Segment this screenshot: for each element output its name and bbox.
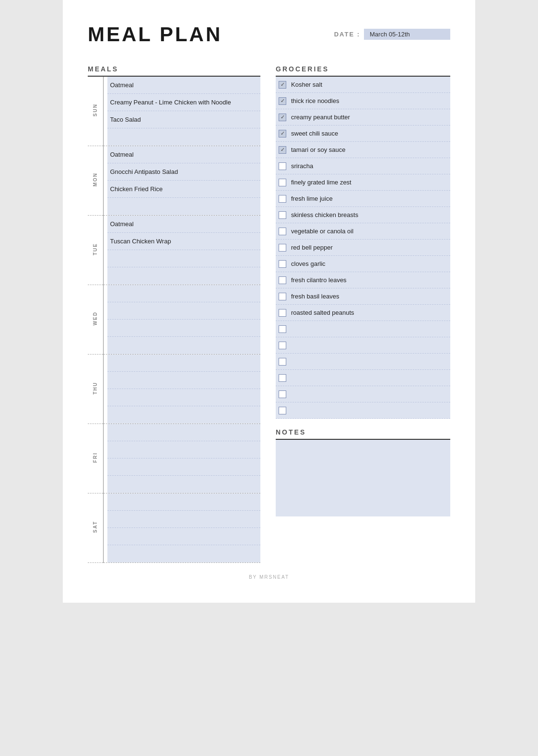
meal-row <box>107 250 261 267</box>
meal-row: Oatmeal <box>107 216 261 233</box>
grocery-text: tamari or soy sauce <box>291 146 345 153</box>
grocery-checkbox[interactable] <box>279 293 286 300</box>
grocery-text: sweet chili sauce <box>291 130 338 137</box>
meal-row: Oatmeal <box>107 77 261 94</box>
grocery-text: thick rice noodles <box>291 97 339 104</box>
meal-rows-cell <box>103 493 260 563</box>
grocery-item[interactable]: fresh basil leaves <box>276 288 450 305</box>
page-title: MEAL PLAN <box>88 23 222 46</box>
grocery-checkbox[interactable] <box>279 276 286 284</box>
meal-rows-cell <box>103 285 260 355</box>
grocery-text: Kosher salt <box>291 81 322 88</box>
meal-row: Creamy Peanut - Lime Chicken with Noodle <box>107 94 261 111</box>
meal-row <box>107 337 261 354</box>
meal-text: Taco Salad <box>110 116 141 123</box>
grocery-checkbox[interactable]: ✓ <box>279 130 286 137</box>
grocery-item[interactable] <box>276 321 450 337</box>
grocery-text: cloves garlic <box>291 260 326 267</box>
day-row: WED <box>88 285 260 355</box>
meal-text: Chicken Fried Rice <box>110 185 163 193</box>
meal-row <box>107 267 261 285</box>
meal-row <box>107 441 261 458</box>
grocery-checkbox[interactable] <box>279 358 286 366</box>
grocery-checkbox[interactable] <box>279 374 286 382</box>
grocery-checkbox[interactable] <box>279 195 286 203</box>
grocery-item[interactable]: fresh lime juice <box>276 191 450 207</box>
grocery-item[interactable]: ✓tamari or soy sauce <box>276 142 450 158</box>
meals-section-title: MEALS <box>88 65 260 73</box>
meal-row <box>107 285 261 302</box>
grocery-checkbox[interactable] <box>279 228 286 235</box>
meal-rows-cell <box>103 424 260 493</box>
meal-rows-cell: OatmealCreamy Peanut - Lime Chicken with… <box>103 77 260 146</box>
meal-rows-cell <box>103 355 260 424</box>
grocery-checkbox[interactable] <box>279 390 286 398</box>
grocery-checkbox[interactable]: ✓ <box>279 114 286 121</box>
date-section: DATE : March 05-12th <box>334 29 450 40</box>
meal-row <box>107 302 261 320</box>
grocery-checkbox[interactable] <box>279 407 286 414</box>
day-label: THU <box>93 382 98 395</box>
grocery-checkbox[interactable] <box>279 162 286 170</box>
day-label-cell: WED <box>88 285 103 355</box>
day-label: SUN <box>93 103 98 116</box>
meal-row: Oatmeal <box>107 146 261 163</box>
grocery-text: creamy peanut butter <box>291 114 350 121</box>
meal-row <box>107 476 261 493</box>
meal-row <box>107 406 261 424</box>
grocery-item[interactable]: cloves garlic <box>276 256 450 272</box>
groceries-section-title: GROCERIES <box>276 65 450 73</box>
meal-text: Oatmeal <box>110 151 134 158</box>
grocery-item[interactable] <box>276 354 450 370</box>
grocery-item[interactable]: ✓Kosher salt <box>276 77 450 93</box>
grocery-item[interactable]: ✓sweet chili sauce <box>276 126 450 142</box>
grocery-item[interactable] <box>276 386 450 402</box>
meal-row: Chicken Fried Rice <box>107 181 261 198</box>
grocery-checkbox[interactable] <box>279 179 286 186</box>
grocery-item[interactable]: skinless chicken breasts <box>276 207 450 223</box>
grocery-checkbox[interactable] <box>279 260 286 268</box>
grocery-checkbox[interactable]: ✓ <box>279 97 286 105</box>
meal-row <box>107 389 261 406</box>
grocery-text: fresh cilantro leaves <box>291 276 347 284</box>
grocery-item[interactable]: vegetable or canola oil <box>276 223 450 240</box>
grocery-item[interactable]: ✓creamy peanut butter <box>276 109 450 126</box>
meal-row <box>107 198 261 215</box>
grocery-checkbox[interactable] <box>279 325 286 333</box>
grocery-checkbox[interactable]: ✓ <box>279 146 286 154</box>
date-label: DATE : <box>334 31 360 38</box>
meal-row <box>107 493 261 511</box>
day-label: WED <box>93 311 98 325</box>
grocery-item[interactable]: fresh cilantro leaves <box>276 272 450 288</box>
meal-row: Tuscan Chicken Wrap <box>107 233 261 250</box>
groceries-list: ✓Kosher salt✓thick rice noodles✓creamy p… <box>276 77 450 419</box>
day-row: SUNOatmealCreamy Peanut - Lime Chicken w… <box>88 77 260 146</box>
meal-row <box>107 320 261 337</box>
grocery-item[interactable] <box>276 402 450 419</box>
grocery-item[interactable] <box>276 370 450 386</box>
grocery-item[interactable] <box>276 337 450 354</box>
header: MEAL PLAN DATE : March 05-12th <box>88 23 450 46</box>
meal-text: Tuscan Chicken Wrap <box>110 238 171 245</box>
main-columns: MEALS SUNOatmealCreamy Peanut - Lime Chi… <box>88 65 450 563</box>
grocery-item[interactable]: red bell pepper <box>276 240 450 256</box>
day-row: SAT <box>88 493 260 563</box>
grocery-item[interactable]: sriracha <box>276 158 450 174</box>
grocery-item[interactable]: ✓thick rice noodles <box>276 93 450 109</box>
grocery-text: red bell pepper <box>291 244 333 251</box>
meal-row: Gnocchi Antipasto Salad <box>107 163 261 181</box>
grocery-checkbox[interactable] <box>279 244 286 252</box>
grocery-checkbox[interactable]: ✓ <box>279 81 286 89</box>
grocery-item[interactable]: roasted salted peanuts <box>276 305 450 321</box>
meal-row: Taco Salad <box>107 111 261 128</box>
grocery-checkbox[interactable] <box>279 211 286 219</box>
grocery-text: roasted salted peanuts <box>291 309 354 316</box>
grocery-checkbox[interactable] <box>279 342 286 349</box>
notes-area[interactable] <box>276 440 450 516</box>
meal-rows-cell: OatmealTuscan Chicken Wrap <box>103 216 260 285</box>
day-label-cell: THU <box>88 355 103 424</box>
footer: BY MRSNEAT <box>88 574 450 580</box>
grocery-checkbox[interactable] <box>279 309 286 317</box>
grocery-item[interactable]: finely grated lime zest <box>276 174 450 191</box>
meal-row <box>107 458 261 476</box>
